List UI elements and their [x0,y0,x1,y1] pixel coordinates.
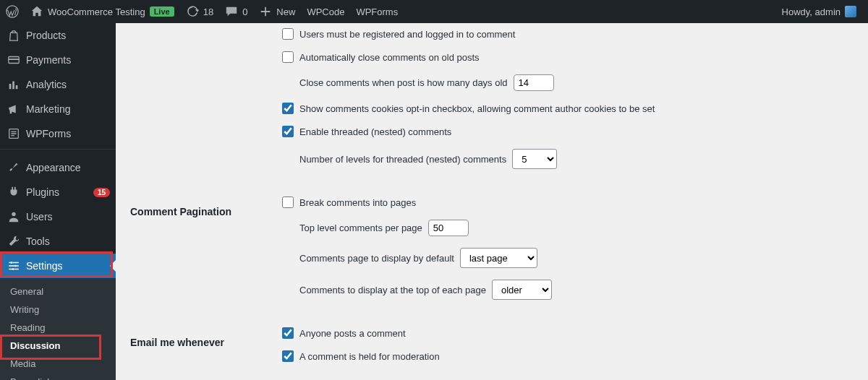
sidebar-item-payments[interactable]: Payments [0,48,116,72]
admin-sidebar: Products Payments Analytics Marketing WP… [0,23,116,380]
plug-icon [7,186,20,199]
sidebar-item-label: WPForms [26,128,71,139]
wordpress-icon [6,5,19,18]
close-days-label: Close comments when post is how many day… [299,77,508,88]
svg-point-7 [12,268,14,269]
order-label: Comments to display at the top of each p… [299,285,486,295]
sidebar-item-users[interactable]: Users [0,204,116,229]
sidebar-item-label: Appearance [26,162,81,173]
default-page-select[interactable]: last page [460,248,537,268]
refresh-icon [186,5,199,18]
per-page-input[interactable] [428,220,469,236]
sidebar-item-label: Analytics [26,79,67,90]
wpforms-link[interactable]: WPForms [350,0,404,23]
registered-to-comment-label[interactable]: Users must be registered and logged in t… [282,28,515,40]
form-icon [7,127,20,140]
threaded-comments-checkbox[interactable] [282,126,294,137]
home-icon [30,5,43,18]
comment-pagination: Break comments into pages Top level comm… [282,202,846,311]
avatar [845,6,856,17]
svg-point-6 [15,265,17,267]
comment-icon [225,5,238,18]
held-for-moderation-checkbox[interactable] [282,350,294,362]
user-icon [7,210,20,223]
bag-icon [7,29,20,42]
cookies-optin-checkbox[interactable] [282,103,294,114]
howdy-link[interactable]: Howdy, admin [776,0,862,23]
sidebar-item-label: Products [26,30,66,41]
comments-link[interactable]: 0 [219,0,253,23]
other-comment-settings: Users must be registered and logged in t… [282,34,846,181]
sidebar-item-label: Payments [26,54,71,66]
threaded-levels-label: Number of levels for threaded (nested) c… [299,154,506,165]
threaded-levels-select[interactable]: 5 [512,149,557,169]
sidebar-item-label: Settings [26,260,63,272]
sidebar-item-label: Plugins [26,186,59,198]
svg-point-4 [12,212,15,216]
settings-submenu: General Writing Reading Discussion Media… [0,278,116,380]
brush-icon [7,161,20,174]
break-pages-checkbox[interactable] [282,197,294,208]
sidebar-item-label: Marketing [26,103,70,115]
close-days-input[interactable] [514,74,554,91]
anyone-posts-checkbox[interactable] [282,327,294,339]
default-page-label: Comments page to display by default [299,253,454,264]
auto-close-checkbox[interactable] [282,51,294,63]
sidebar-item-wpforms[interactable]: WPForms [0,121,116,146]
sub-item-permalinks[interactable]: Permalinks [0,373,116,380]
new-link[interactable]: New [253,0,301,23]
wpcode-link[interactable]: WPCode [301,0,350,23]
wrench-icon [7,235,20,248]
updates-link[interactable]: 18 [180,0,219,23]
sidebar-item-appearance[interactable]: Appearance [0,155,116,180]
threaded-comments-label[interactable]: Enable threaded (nested) comments [282,126,451,137]
section-heading-pagination: Comment Pagination [130,191,275,322]
sidebar-item-tools[interactable]: Tools [0,229,116,254]
sliders-icon [7,259,20,272]
settings-content: Users must be registered and logged in t… [116,23,868,380]
sub-item-reading[interactable]: Reading [0,319,116,337]
megaphone-icon [7,103,20,116]
order-select[interactable]: older [492,280,552,300]
anyone-posts-label[interactable]: Anyone posts a comment [282,327,406,339]
sub-item-general[interactable]: General [0,282,116,301]
bars-icon [7,78,20,91]
sidebar-item-products[interactable]: Products [0,23,116,48]
live-badge: Live [150,7,174,17]
sub-item-discussion[interactable]: Discussion [0,337,116,355]
plus-icon [259,5,272,18]
updates-count: 18 [203,7,213,17]
sidebar-item-analytics[interactable]: Analytics [0,72,116,97]
sidebar-item-marketing[interactable]: Marketing [0,97,116,121]
svg-rect-2 [9,59,19,60]
card-icon [7,53,20,66]
plugin-update-badge: 15 [93,188,110,197]
auto-close-label[interactable]: Automatically close comments on old post… [282,51,480,63]
sidebar-item-label: Tools [26,236,50,247]
break-pages-label[interactable]: Break comments into pages [282,197,416,208]
per-page-label: Top level comments per page [299,223,422,233]
sidebar-item-label: Users [26,211,53,223]
site-link[interactable]: WooCommerce Testing Live [25,0,180,23]
cookies-optin-label[interactable]: Show comments cookies opt-in checkbox, a… [282,103,655,114]
svg-point-5 [11,262,12,263]
section-heading-email: Email me whenever [130,322,275,380]
sub-item-media[interactable]: Media [0,355,116,373]
site-title: WooCommerce Testing [48,7,145,17]
new-label: New [276,7,295,17]
email-me-whenever: Anyone posts a comment A comment is held… [282,333,846,373]
wp-logo[interactable] [0,0,25,23]
sidebar-item-plugins[interactable]: Plugins 15 [0,180,116,204]
sidebar-item-settings[interactable]: Settings [0,254,116,278]
comments-count: 0 [242,7,247,17]
admin-bar: WooCommerce Testing Live 18 0 New WPCode… [0,0,868,23]
held-for-moderation-label[interactable]: A comment is held for moderation [282,350,440,362]
sub-item-writing[interactable]: Writing [0,301,116,319]
registered-to-comment-checkbox[interactable] [282,28,294,40]
